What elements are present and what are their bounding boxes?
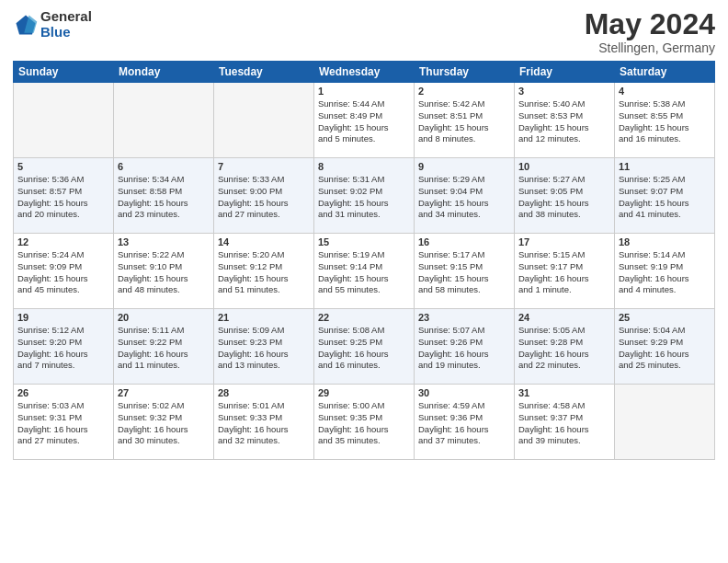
logo-general-text: General <box>40 9 92 25</box>
calendar-cell: 21Sunrise: 5:09 AM Sunset: 9:23 PM Dayli… <box>214 309 314 385</box>
day-number: 7 <box>218 161 310 172</box>
day-info: Sunrise: 5:44 AM Sunset: 8:49 PM Dayligh… <box>318 98 410 145</box>
day-info: Sunrise: 5:19 AM Sunset: 9:14 PM Dayligh… <box>318 249 410 296</box>
day-number: 19 <box>17 312 109 323</box>
title-block: May 2024 Stellingen, Germany <box>585 9 715 55</box>
calendar-cell: 30Sunrise: 4:59 AM Sunset: 9:36 PM Dayli… <box>415 385 515 460</box>
day-number: 13 <box>118 236 210 247</box>
day-number: 15 <box>318 236 410 247</box>
day-number: 24 <box>518 312 610 323</box>
calendar-cell <box>114 83 214 158</box>
logo-blue-text: Blue <box>40 25 92 40</box>
day-number: 20 <box>118 312 210 323</box>
day-info: Sunrise: 5:04 AM Sunset: 9:29 PM Dayligh… <box>619 325 711 372</box>
day-info: Sunrise: 5:34 AM Sunset: 8:58 PM Dayligh… <box>118 174 210 221</box>
day-number: 12 <box>17 236 109 247</box>
calendar-cell: 8Sunrise: 5:31 AM Sunset: 9:02 PM Daylig… <box>314 158 415 234</box>
month-title: May 2024 <box>585 9 715 39</box>
day-info: Sunrise: 5:11 AM Sunset: 9:22 PM Dayligh… <box>118 325 210 372</box>
col-monday: Monday <box>114 62 214 83</box>
calendar-cell: 10Sunrise: 5:27 AM Sunset: 9:05 PM Dayli… <box>515 158 615 234</box>
day-info: Sunrise: 5:09 AM Sunset: 9:23 PM Dayligh… <box>218 325 310 372</box>
day-number: 9 <box>418 161 510 172</box>
calendar-cell: 3Sunrise: 5:40 AM Sunset: 8:53 PM Daylig… <box>515 83 615 158</box>
calendar: Sunday Monday Tuesday Wednesday Thursday… <box>13 61 715 460</box>
logo-icon <box>13 12 39 38</box>
calendar-cell: 2Sunrise: 5:42 AM Sunset: 8:51 PM Daylig… <box>415 83 515 158</box>
day-number: 25 <box>619 312 711 323</box>
day-number: 5 <box>17 161 109 172</box>
col-friday: Friday <box>515 62 615 83</box>
col-wednesday: Wednesday <box>314 62 415 83</box>
calendar-cell: 15Sunrise: 5:19 AM Sunset: 9:14 PM Dayli… <box>314 234 415 309</box>
calendar-cell <box>214 83 314 158</box>
calendar-week-row: 12Sunrise: 5:24 AM Sunset: 9:09 PM Dayli… <box>14 234 715 309</box>
calendar-cell: 7Sunrise: 5:33 AM Sunset: 9:00 PM Daylig… <box>214 158 314 234</box>
day-number: 11 <box>619 161 711 172</box>
logo: General Blue <box>13 9 92 40</box>
day-info: Sunrise: 4:59 AM Sunset: 9:36 PM Dayligh… <box>418 400 510 447</box>
header: General Blue May 2024 Stellingen, German… <box>13 9 715 55</box>
calendar-cell: 18Sunrise: 5:14 AM Sunset: 9:19 PM Dayli… <box>615 234 715 309</box>
day-number: 26 <box>17 387 109 398</box>
day-info: Sunrise: 5:42 AM Sunset: 8:51 PM Dayligh… <box>418 98 510 145</box>
calendar-cell: 13Sunrise: 5:22 AM Sunset: 9:10 PM Dayli… <box>114 234 214 309</box>
day-number: 10 <box>518 161 610 172</box>
day-number: 29 <box>318 387 410 398</box>
day-number: 6 <box>118 161 210 172</box>
day-info: Sunrise: 5:00 AM Sunset: 9:35 PM Dayligh… <box>318 400 410 447</box>
day-number: 21 <box>218 312 310 323</box>
calendar-cell: 6Sunrise: 5:34 AM Sunset: 8:58 PM Daylig… <box>114 158 214 234</box>
calendar-week-row: 26Sunrise: 5:03 AM Sunset: 9:31 PM Dayli… <box>14 385 715 460</box>
calendar-cell: 9Sunrise: 5:29 AM Sunset: 9:04 PM Daylig… <box>415 158 515 234</box>
day-info: Sunrise: 5:36 AM Sunset: 8:57 PM Dayligh… <box>17 174 109 221</box>
col-saturday: Saturday <box>615 62 715 83</box>
calendar-week-row: 19Sunrise: 5:12 AM Sunset: 9:20 PM Dayli… <box>14 309 715 385</box>
calendar-cell: 31Sunrise: 4:58 AM Sunset: 9:37 PM Dayli… <box>515 385 615 460</box>
day-number: 27 <box>118 387 210 398</box>
calendar-cell: 14Sunrise: 5:20 AM Sunset: 9:12 PM Dayli… <box>214 234 314 309</box>
day-info: Sunrise: 5:20 AM Sunset: 9:12 PM Dayligh… <box>218 249 310 296</box>
day-info: Sunrise: 5:03 AM Sunset: 9:31 PM Dayligh… <box>17 400 109 447</box>
calendar-cell: 5Sunrise: 5:36 AM Sunset: 8:57 PM Daylig… <box>14 158 114 234</box>
calendar-cell: 17Sunrise: 5:15 AM Sunset: 9:17 PM Dayli… <box>515 234 615 309</box>
day-number: 14 <box>218 236 310 247</box>
calendar-week-row: 5Sunrise: 5:36 AM Sunset: 8:57 PM Daylig… <box>14 158 715 234</box>
day-info: Sunrise: 5:24 AM Sunset: 9:09 PM Dayligh… <box>17 249 109 296</box>
location: Stellingen, Germany <box>585 40 715 55</box>
day-info: Sunrise: 5:08 AM Sunset: 9:25 PM Dayligh… <box>318 325 410 372</box>
day-info: Sunrise: 5:05 AM Sunset: 9:28 PM Dayligh… <box>518 325 610 372</box>
calendar-cell: 1Sunrise: 5:44 AM Sunset: 8:49 PM Daylig… <box>314 83 415 158</box>
day-info: Sunrise: 5:40 AM Sunset: 8:53 PM Dayligh… <box>518 98 610 145</box>
calendar-cell: 23Sunrise: 5:07 AM Sunset: 9:26 PM Dayli… <box>415 309 515 385</box>
day-number: 16 <box>418 236 510 247</box>
day-info: Sunrise: 5:17 AM Sunset: 9:15 PM Dayligh… <box>418 249 510 296</box>
day-info: Sunrise: 5:12 AM Sunset: 9:20 PM Dayligh… <box>17 325 109 372</box>
day-number: 28 <box>218 387 310 398</box>
calendar-cell: 29Sunrise: 5:00 AM Sunset: 9:35 PM Dayli… <box>314 385 415 460</box>
calendar-cell: 24Sunrise: 5:05 AM Sunset: 9:28 PM Dayli… <box>515 309 615 385</box>
calendar-cell: 27Sunrise: 5:02 AM Sunset: 9:32 PM Dayli… <box>114 385 214 460</box>
day-number: 23 <box>418 312 510 323</box>
calendar-cell: 25Sunrise: 5:04 AM Sunset: 9:29 PM Dayli… <box>615 309 715 385</box>
day-info: Sunrise: 5:29 AM Sunset: 9:04 PM Dayligh… <box>418 174 510 221</box>
col-tuesday: Tuesday <box>214 62 314 83</box>
day-info: Sunrise: 5:02 AM Sunset: 9:32 PM Dayligh… <box>118 400 210 447</box>
day-info: Sunrise: 5:07 AM Sunset: 9:26 PM Dayligh… <box>418 325 510 372</box>
day-info: Sunrise: 5:31 AM Sunset: 9:02 PM Dayligh… <box>318 174 410 221</box>
day-number: 8 <box>318 161 410 172</box>
day-number: 2 <box>418 86 510 97</box>
calendar-cell: 4Sunrise: 5:38 AM Sunset: 8:55 PM Daylig… <box>615 83 715 158</box>
col-sunday: Sunday <box>14 62 114 83</box>
day-info: Sunrise: 5:01 AM Sunset: 9:33 PM Dayligh… <box>218 400 310 447</box>
calendar-cell: 16Sunrise: 5:17 AM Sunset: 9:15 PM Dayli… <box>415 234 515 309</box>
day-info: Sunrise: 5:33 AM Sunset: 9:00 PM Dayligh… <box>218 174 310 221</box>
day-number: 3 <box>518 86 610 97</box>
weekday-header-row: Sunday Monday Tuesday Wednesday Thursday… <box>14 62 715 83</box>
col-thursday: Thursday <box>415 62 515 83</box>
day-info: Sunrise: 4:58 AM Sunset: 9:37 PM Dayligh… <box>518 400 610 447</box>
calendar-cell <box>615 385 715 460</box>
day-info: Sunrise: 5:27 AM Sunset: 9:05 PM Dayligh… <box>518 174 610 221</box>
calendar-cell: 20Sunrise: 5:11 AM Sunset: 9:22 PM Dayli… <box>114 309 214 385</box>
day-number: 31 <box>518 387 610 398</box>
